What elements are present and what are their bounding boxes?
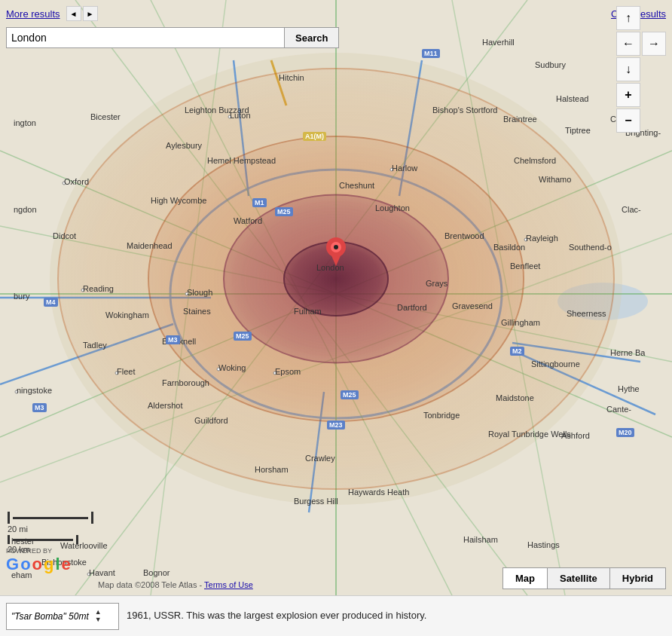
search-input[interactable] [6,27,285,48]
nav-arrows: ◄ ► [66,6,98,21]
top-controls: More results ◄ ► Clear results [6,6,666,21]
city-dot [63,182,66,185]
search-button[interactable]: Search [285,27,339,48]
motorway-badge: M23 [327,420,345,430]
weapon-arrows[interactable]: ▲ ▼ [95,609,102,624]
weapon-down-arrow[interactable]: ▼ [95,616,102,624]
map-type-controls: Map Satellite Hybrid [502,567,666,589]
zoom-up-button[interactable]: ↑ [616,6,640,30]
city-dot [273,372,277,375]
map-type-satellite-button[interactable]: Satellite [548,568,610,589]
scale-mi: 20 mi [8,524,93,534]
weapon-description: 1961, USSR. This was the largest explosi… [127,609,666,622]
motorway-badge: M2 [510,347,524,356]
svg-marker-26 [330,252,342,266]
copyright: Map data ©2008 Tele Atlas - Terms of Use [98,580,253,589]
map-type-map-button[interactable]: Map [503,568,548,589]
motorway-badge: M20 [616,428,634,437]
bottom-bar: "Tsar Bomba" 50mt ▲ ▼ 1961, USSR. This w… [0,595,672,636]
a-road-badge: A1(M) [303,132,326,141]
zoom-down-button[interactable]: ↓ [616,57,640,81]
google-logo-area: POWERED BY G o o g l e [6,547,71,574]
weapon-selector[interactable]: "Tsar Bomba" 50mt ▲ ▼ [6,603,119,630]
zoom-in-button[interactable]: + [616,83,640,107]
city-dot [524,238,528,242]
map-container: More results ◄ ► Clear results Search ↑ … [0,0,672,595]
city-dot [390,168,394,172]
copyright-text: Map data ©2008 Tele Atlas - [98,580,202,589]
zoom-controls: ↑ ← → ↓ + − [616,6,666,133]
google-logo: G o o g l e [6,555,71,574]
city-dot [81,289,85,292]
svg-point-25 [334,245,338,249]
motorway-badge: M25 [234,332,252,341]
zoom-left-button[interactable]: ← [616,32,640,56]
nav-right-button[interactable]: ► [83,6,98,21]
map-pin [325,237,347,270]
city-dot [217,368,221,372]
zoom-out-button[interactable]: − [616,109,640,133]
powered-by-text: POWERED BY [6,547,71,555]
motorway-badge: M3 [32,403,47,412]
motorway-badge: M3 [166,335,180,344]
city-dot [15,390,19,394]
search-bar: Search [6,27,339,48]
terms-link[interactable]: Terms of Use [204,580,253,589]
motorway-badge: M11 [422,49,440,58]
motorway-badge: M25 [275,207,293,216]
city-dot [115,372,119,375]
city-dot [185,292,189,296]
motorway-badge: M1 [252,198,267,207]
motorway-badge: M25 [341,390,359,399]
weapon-label: "Tsar Bomba" 50mt [11,611,89,622]
nav-left-button[interactable]: ◄ [66,6,81,21]
zoom-right-button[interactable]: → [642,32,666,56]
city-dot [228,115,232,119]
city-dot [87,573,91,576]
map-type-hybrid-button[interactable]: Hybrid [610,568,665,589]
more-results-link[interactable]: More results [6,8,60,20]
motorway-badge: M4 [44,298,58,307]
